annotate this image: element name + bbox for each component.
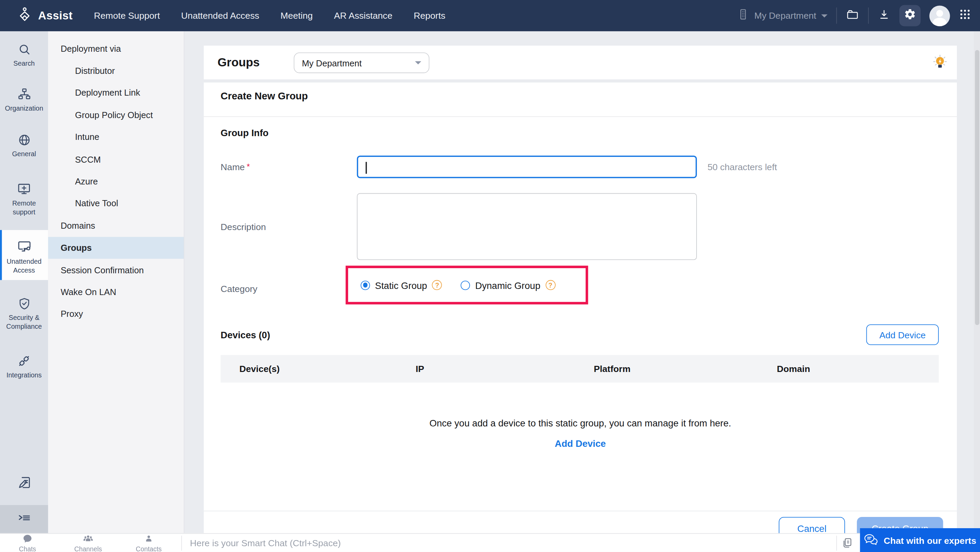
subnav-item-label: Deployment Link [75, 88, 140, 98]
files-icon[interactable] [846, 8, 859, 24]
nav-reports[interactable]: Reports [414, 11, 445, 21]
subnav-item-domains[interactable]: Domains [48, 215, 184, 237]
subnav-item-wake-on-lan[interactable]: Wake On LAN [48, 281, 184, 303]
rail-item-unattended-access[interactable]: Unattended Access [0, 239, 48, 274]
chevron-down-icon [821, 14, 827, 17]
department-icon [737, 8, 749, 24]
contacts-button[interactable]: Contacts [127, 534, 171, 552]
divider [181, 536, 182, 550]
subnav-item-label: SCCM [75, 154, 101, 164]
tips-bulb-icon[interactable] [931, 54, 949, 74]
page-title: Groups [218, 46, 259, 79]
topnav-menu: Remote Support Unattended Access Meeting… [94, 11, 445, 21]
subnav-item-proxy[interactable]: Proxy [48, 303, 184, 325]
department-dropdown[interactable]: My Department [294, 52, 430, 73]
category-highlight-annotation: Static Group ? Dynamic Group ? [346, 266, 588, 305]
subnav-item-azure[interactable]: Azure [48, 170, 184, 192]
devices-table-header: Device(s) IP Platform Domain [221, 355, 939, 383]
group-description-textarea[interactable] [357, 193, 697, 260]
org-chart-icon [18, 92, 31, 103]
nav-ar-assistance[interactable]: AR Assistance [334, 11, 393, 21]
name-label: Name* [221, 162, 250, 172]
subnav-item-group-policy-object[interactable]: Group Policy Object [48, 104, 184, 126]
add-device-link[interactable]: Add Device [204, 438, 957, 449]
description-label: Description [221, 222, 266, 232]
chats-button[interactable]: Chats [6, 534, 50, 552]
nav-remote-support[interactable]: Remote Support [94, 11, 160, 21]
rail-item-feedback[interactable] [0, 475, 48, 492]
add-device-button[interactable]: Add Device [866, 325, 939, 345]
shield-check-icon [18, 302, 31, 312]
help-icon[interactable]: ? [432, 280, 442, 290]
gear-icon [904, 8, 916, 23]
nav-meeting[interactable]: Meeting [280, 11, 313, 21]
note-pencil-icon [17, 481, 32, 492]
subnav-item-label: Group Policy Object [75, 110, 153, 120]
required-asterisk: * [247, 162, 250, 172]
smart-chat-input[interactable] [189, 534, 826, 552]
nav-unattended-access[interactable]: Unattended Access [181, 11, 259, 21]
chars-left-counter: 50 characters left [708, 162, 777, 172]
chat-with-experts-button[interactable]: Chat with our experts [860, 528, 980, 552]
divider [868, 8, 869, 24]
col-devices: Device(s) [239, 355, 279, 383]
channels-icon [82, 534, 94, 546]
smart-chat-bar: Chats Channels Contacts [0, 533, 980, 552]
scrollbar-thumb[interactable] [975, 50, 979, 325]
chat-bubbles-icon [864, 533, 878, 548]
subnav-item-label: Wake On LAN [60, 287, 116, 297]
rail-item-integrations[interactable]: Integrations [0, 354, 48, 379]
rail-item-console[interactable] [0, 510, 48, 528]
dynamic-group-option[interactable]: Dynamic Group ? [461, 280, 555, 290]
rail-item-organization[interactable]: Organization [0, 87, 48, 112]
chats-label: Chats [19, 546, 36, 552]
help-icon[interactable]: ? [546, 280, 555, 290]
devices-section-title: Devices (0) [221, 329, 270, 340]
radio-selected-icon[interactable] [361, 280, 370, 290]
department-switcher[interactable]: My Department [737, 8, 827, 24]
download-icon[interactable] [878, 8, 891, 24]
subnav-item-native-tool[interactable]: Native Tool [48, 192, 184, 215]
footer-divider [204, 511, 957, 512]
contacts-label: Contacts [136, 546, 162, 552]
app-grid-icon[interactable] [959, 8, 972, 23]
divider [837, 8, 837, 24]
department-dropdown-value: My Department [302, 58, 362, 68]
rail-item-label: Remote support [0, 199, 48, 216]
col-ip: IP [415, 355, 424, 383]
brand-name: Assist [38, 9, 73, 22]
subnav-item-deployment-link[interactable]: Deployment Link [48, 82, 184, 104]
clipboard-icon[interactable] [841, 537, 853, 551]
vertical-scrollbar[interactable] [974, 31, 980, 552]
group-info-title: Group Info [221, 127, 269, 138]
subnav-item-distributor[interactable]: Distributor [48, 60, 184, 82]
subnav-item-label: Intune [75, 132, 99, 142]
main-content: Groups My Department Creat [185, 31, 980, 533]
rail-item-remote-support[interactable]: Remote support [0, 182, 48, 216]
subnav-item-deployment-via[interactable]: Deployment via [48, 37, 184, 60]
subnav-item-groups[interactable]: Groups [48, 237, 184, 259]
department-label: My Department [754, 11, 816, 21]
rail-item-general[interactable]: General [0, 133, 48, 158]
user-avatar[interactable] [929, 5, 950, 26]
rail-item-label: Organization [0, 104, 48, 113]
col-domain: Domain [777, 355, 810, 383]
subnav-item-label: Domains [60, 221, 95, 231]
static-group-option[interactable]: Static Group ? [361, 280, 442, 290]
rail-item-label: Security & Compliance [0, 313, 48, 331]
group-name-input[interactable] [357, 156, 697, 178]
col-platform: Platform [594, 355, 630, 383]
settings-button[interactable] [899, 5, 920, 26]
radio-unselected-icon[interactable] [461, 280, 470, 290]
rail-item-security-compliance[interactable]: Security & Compliance [0, 297, 48, 331]
subnav-item-label: Distributor [75, 66, 115, 76]
subnav-item-label: Proxy [60, 309, 83, 319]
rail-item-search[interactable]: Search [0, 43, 48, 67]
subnav-item-intune[interactable]: Intune [48, 126, 184, 148]
brand[interactable]: Assist [16, 6, 73, 25]
rail-item-label: Integrations [0, 371, 48, 379]
subnav-item-sccm[interactable]: SCCM [48, 148, 184, 170]
subnav-item-session-confirmation[interactable]: Session Confirmation [48, 259, 184, 281]
channels-button[interactable]: Channels [66, 534, 110, 552]
chat-with-experts-label: Chat with our experts [884, 535, 976, 545]
